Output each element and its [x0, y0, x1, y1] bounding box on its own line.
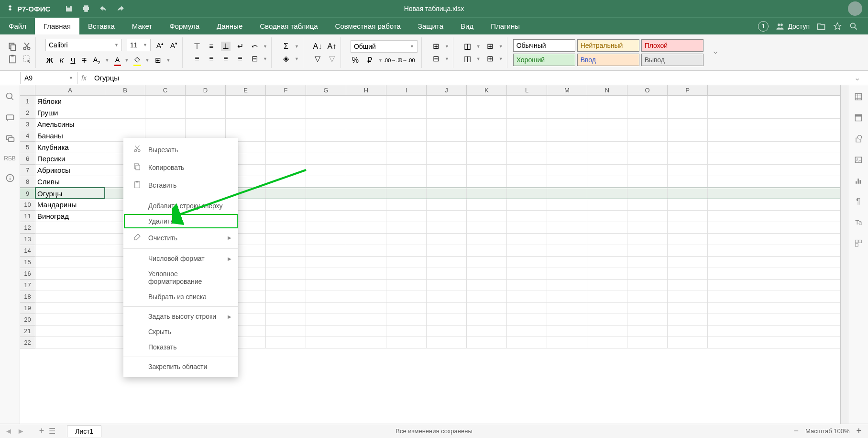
info-icon[interactable]: [5, 173, 15, 183]
col-header-H[interactable]: H: [346, 85, 386, 95]
cell[interactable]: [627, 188, 668, 199]
menu-сводная таблица[interactable]: Сводная таблица: [251, 18, 326, 34]
cell[interactable]: [386, 268, 427, 279]
dec-decrease-icon[interactable]: .00→.0: [387, 56, 397, 65]
cell[interactable]: Абрикосы: [35, 165, 105, 176]
cell[interactable]: [427, 337, 467, 348]
cell[interactable]: [266, 142, 306, 153]
cell[interactable]: [668, 130, 708, 141]
cell[interactable]: [427, 119, 467, 130]
cell[interactable]: [668, 199, 708, 210]
cell[interactable]: [306, 211, 346, 222]
cell[interactable]: [507, 130, 547, 141]
cell[interactable]: [507, 188, 547, 199]
cell[interactable]: [346, 222, 386, 233]
table-row[interactable]: Груши: [35, 107, 840, 119]
cell[interactable]: [668, 291, 708, 302]
fill-color-button[interactable]: ◇: [133, 54, 141, 66]
cell[interactable]: [386, 199, 427, 210]
increase-font-icon[interactable]: A▴: [155, 40, 165, 50]
cell[interactable]: [386, 257, 427, 268]
menu-вид[interactable]: Вид: [452, 18, 482, 34]
formula-input[interactable]: Огурцы: [90, 74, 846, 82]
cell[interactable]: [386, 188, 427, 199]
cell[interactable]: [467, 268, 507, 279]
row-header[interactable]: 15: [20, 257, 35, 268]
cell[interactable]: [507, 165, 547, 176]
row-header[interactable]: 19: [20, 303, 35, 314]
cell[interactable]: [186, 107, 226, 118]
cell[interactable]: [306, 188, 346, 199]
row-header[interactable]: 4: [20, 130, 35, 142]
cell[interactable]: [35, 280, 105, 291]
cell[interactable]: [266, 130, 306, 141]
cell[interactable]: [386, 326, 427, 337]
add-sheet-icon[interactable]: +: [39, 426, 44, 436]
undo-icon[interactable]: [99, 4, 108, 13]
search-top-icon[interactable]: [849, 22, 858, 31]
cell[interactable]: [547, 119, 587, 130]
row-header[interactable]: 6: [20, 153, 35, 165]
select-icon[interactable]: [22, 54, 32, 64]
cell[interactable]: [507, 119, 547, 130]
col-header-D[interactable]: D: [186, 85, 226, 95]
cell[interactable]: [427, 199, 467, 210]
cell[interactable]: [427, 130, 467, 141]
cell[interactable]: [427, 314, 467, 325]
cell[interactable]: [627, 326, 668, 337]
cell[interactable]: [668, 222, 708, 233]
delete-cell-icon[interactable]: ⊟: [431, 54, 441, 64]
cell[interactable]: [266, 314, 306, 325]
cell[interactable]: [668, 257, 708, 268]
cell[interactable]: [507, 234, 547, 245]
cell[interactable]: [145, 119, 186, 130]
cell[interactable]: [668, 326, 708, 337]
align-right-icon[interactable]: ≡: [221, 54, 231, 64]
cell[interactable]: [105, 96, 145, 107]
cell[interactable]: [627, 107, 668, 118]
cell[interactable]: [507, 337, 547, 348]
cell[interactable]: [547, 199, 587, 210]
col-header-K[interactable]: K: [467, 85, 507, 95]
cell[interactable]: [668, 268, 708, 279]
cell[interactable]: [467, 303, 507, 314]
cell[interactable]: [35, 326, 105, 337]
cell[interactable]: [386, 130, 427, 141]
style-Ввод[interactable]: Ввод: [577, 54, 639, 66]
cell[interactable]: [587, 119, 627, 130]
rotate-icon[interactable]: ⤺: [250, 42, 259, 51]
cell[interactable]: [627, 119, 668, 130]
cell[interactable]: [467, 199, 507, 210]
cell[interactable]: [386, 153, 427, 164]
ctx-задать-высоту-строки[interactable]: Задать высоту строки▶: [123, 309, 238, 324]
cell[interactable]: [587, 107, 627, 118]
cell[interactable]: [35, 314, 105, 325]
cell[interactable]: [467, 153, 507, 164]
col-header-G[interactable]: G: [306, 85, 346, 95]
cell[interactable]: [346, 119, 386, 130]
cell[interactable]: [507, 303, 547, 314]
cell[interactable]: [587, 268, 627, 279]
cell[interactable]: [346, 280, 386, 291]
chat-icon[interactable]: [5, 134, 15, 144]
valign-mid-icon[interactable]: ≡: [207, 42, 216, 51]
cell[interactable]: [386, 107, 427, 118]
cell[interactable]: [35, 291, 105, 302]
fx-icon[interactable]: fx: [77, 74, 90, 82]
comments-icon[interactable]: [5, 113, 15, 123]
cell[interactable]: [507, 107, 547, 118]
cell[interactable]: [346, 107, 386, 118]
cell[interactable]: [427, 268, 467, 279]
cell[interactable]: [346, 199, 386, 210]
cell[interactable]: [386, 303, 427, 314]
row-header[interactable]: 11: [20, 211, 35, 222]
cell[interactable]: [668, 245, 708, 256]
cell[interactable]: [668, 165, 708, 176]
cell[interactable]: [547, 291, 587, 302]
cell[interactable]: [386, 142, 427, 153]
cell[interactable]: [627, 268, 668, 279]
cell[interactable]: [35, 245, 105, 256]
users-badge[interactable]: 1: [758, 21, 769, 32]
cell[interactable]: [427, 222, 467, 233]
cell[interactable]: [306, 337, 346, 348]
